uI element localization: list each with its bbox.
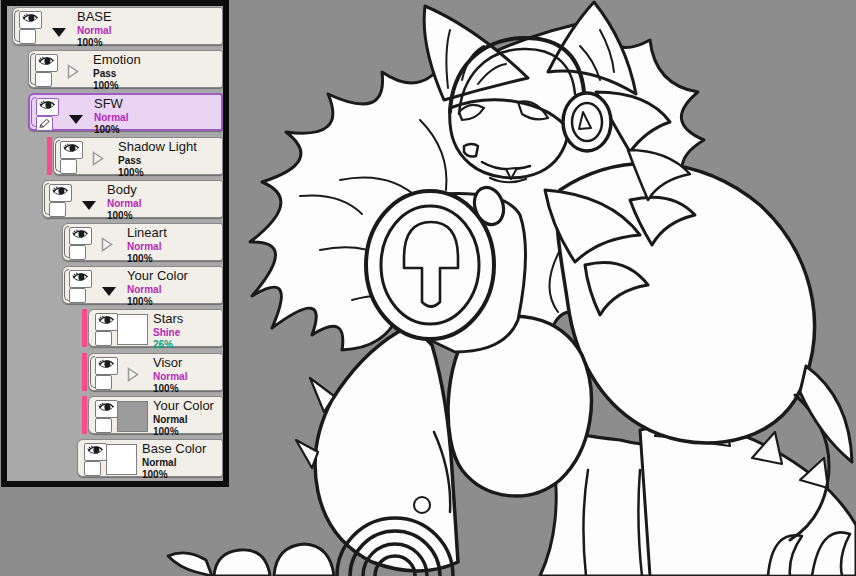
expand-collapse-triangle[interactable] bbox=[92, 151, 108, 167]
expand-collapse-triangle[interactable] bbox=[81, 197, 97, 213]
layer-mode: Normal bbox=[153, 371, 220, 382]
layer-row[interactable]: Body Normal 100% bbox=[42, 180, 223, 218]
layer-opacity: 26% bbox=[153, 339, 220, 350]
eye-icon bbox=[71, 270, 90, 288]
layer-name: Body bbox=[107, 183, 220, 197]
layer-text-block: Body Normal 100% bbox=[107, 181, 220, 221]
layer-name: Stars bbox=[153, 312, 220, 326]
layer-opacity: 100% bbox=[107, 210, 220, 221]
clipping-stripe bbox=[82, 353, 87, 391]
layer-opacity: 100% bbox=[127, 253, 220, 264]
expand-collapse-triangle[interactable] bbox=[68, 111, 84, 127]
clipping-stripe bbox=[82, 396, 87, 434]
layer-mode: Pass bbox=[118, 155, 220, 166]
eye-icon bbox=[38, 98, 57, 116]
expand-collapse-triangle[interactable] bbox=[51, 24, 67, 40]
eye-icon bbox=[97, 400, 116, 418]
eye-icon bbox=[62, 141, 81, 159]
layer-opacity: 100% bbox=[77, 37, 220, 48]
layer-option-box[interactable] bbox=[69, 288, 86, 303]
layer-name: Your Color bbox=[127, 269, 220, 283]
layer-text-block: Base Color Normal 100% bbox=[142, 440, 220, 480]
clipping-stripe bbox=[82, 309, 87, 347]
layer-mode: Pass bbox=[93, 68, 220, 79]
layer-name: Visor bbox=[153, 356, 220, 370]
layer-row[interactable]: Your Color Normal 100% bbox=[62, 266, 223, 304]
layer-mode: Normal bbox=[77, 25, 220, 36]
layers-panel-body: BASE Normal 100% Emotion Pass 100% SFW N… bbox=[7, 6, 223, 481]
eye-icon bbox=[97, 313, 116, 331]
layer-option-box[interactable] bbox=[69, 245, 86, 260]
layer-mode: Normal bbox=[153, 414, 220, 425]
expand-collapse-triangle[interactable] bbox=[67, 64, 83, 80]
layer-option-box[interactable] bbox=[95, 331, 112, 346]
eye-icon bbox=[21, 11, 40, 29]
layer-text-block: Your Color Normal 100% bbox=[153, 397, 220, 437]
layer-thumbnail bbox=[106, 444, 137, 475]
expand-collapse-triangle[interactable] bbox=[101, 237, 117, 253]
layer-mode: Shine bbox=[153, 327, 220, 338]
layer-option-box[interactable] bbox=[95, 418, 112, 433]
layers-panel: BASE Normal 100% Emotion Pass 100% SFW N… bbox=[1, 0, 229, 487]
eye-icon bbox=[71, 227, 90, 245]
layer-text-block: Emotion Pass 100% bbox=[93, 51, 220, 91]
visibility-toggle[interactable] bbox=[19, 11, 42, 29]
expand-collapse-triangle[interactable] bbox=[101, 283, 117, 299]
layer-name: Emotion bbox=[93, 53, 220, 67]
eye-icon bbox=[86, 443, 105, 461]
layer-row[interactable]: Visor Normal 100% bbox=[88, 353, 223, 391]
pencil-icon bbox=[38, 115, 51, 133]
shoulder-drum-face bbox=[366, 191, 494, 339]
layer-opacity: 100% bbox=[93, 80, 220, 91]
visibility-toggle[interactable] bbox=[69, 270, 92, 288]
expand-collapse-triangle[interactable] bbox=[127, 367, 143, 383]
layer-row[interactable]: BASE Normal 100% bbox=[12, 7, 223, 45]
layer-option-box[interactable] bbox=[84, 461, 101, 476]
visibility-toggle[interactable] bbox=[35, 54, 58, 72]
wrist-button bbox=[414, 497, 430, 513]
layer-text-block: Your Color Normal 100% bbox=[127, 267, 220, 307]
layer-option-box[interactable] bbox=[49, 202, 66, 217]
eye-icon bbox=[97, 357, 116, 375]
layer-mode: Normal bbox=[142, 457, 220, 468]
layer-text-block: Stars Shine 26% bbox=[153, 310, 220, 350]
visibility-toggle[interactable] bbox=[95, 313, 118, 331]
visibility-toggle[interactable] bbox=[69, 227, 92, 245]
layer-row[interactable]: SFW Normal 100% bbox=[28, 93, 223, 131]
nose bbox=[464, 144, 478, 157]
layer-row[interactable]: Base Color Normal 100% bbox=[77, 439, 223, 477]
layer-option-box[interactable] bbox=[60, 159, 77, 174]
visibility-toggle[interactable] bbox=[60, 141, 83, 159]
layer-thumbnail bbox=[117, 314, 148, 345]
clipping-stripe bbox=[47, 137, 52, 175]
layer-name: Base Color bbox=[142, 442, 220, 456]
visibility-toggle[interactable] bbox=[36, 98, 59, 116]
layer-name: SFW bbox=[94, 97, 219, 111]
layer-opacity: 100% bbox=[142, 469, 220, 480]
layer-text-block: SFW Normal 100% bbox=[94, 95, 219, 135]
layer-row[interactable]: Shadow Light Pass 100% bbox=[53, 137, 223, 175]
layer-row[interactable]: Stars Shine 26% bbox=[88, 309, 223, 347]
layer-text-block: Lineart Normal 100% bbox=[127, 224, 220, 264]
eye-icon bbox=[51, 184, 70, 202]
layer-name: Shadow Light bbox=[118, 140, 220, 154]
layer-opacity: 100% bbox=[153, 383, 220, 394]
layer-mode: Normal bbox=[107, 198, 220, 209]
layer-option-box[interactable] bbox=[35, 72, 52, 87]
visibility-toggle[interactable] bbox=[84, 443, 107, 461]
layer-row[interactable]: Lineart Normal 100% bbox=[62, 223, 223, 261]
layer-opacity: 100% bbox=[118, 167, 220, 178]
layer-mode: Normal bbox=[127, 284, 220, 295]
visibility-toggle[interactable] bbox=[95, 400, 118, 418]
layer-row[interactable]: Emotion Pass 100% bbox=[28, 50, 223, 88]
visibility-toggle[interactable] bbox=[95, 357, 118, 375]
layer-mode: Normal bbox=[94, 112, 219, 123]
eye-icon bbox=[37, 54, 56, 72]
layer-thumbnail bbox=[117, 401, 148, 432]
layer-name: BASE bbox=[77, 10, 220, 24]
visibility-toggle[interactable] bbox=[49, 184, 72, 202]
layer-option-box[interactable] bbox=[95, 375, 112, 390]
layer-option-box[interactable] bbox=[19, 29, 36, 44]
layer-option-box[interactable] bbox=[36, 116, 53, 131]
layer-row[interactable]: Your Color Normal 100% bbox=[88, 396, 223, 434]
